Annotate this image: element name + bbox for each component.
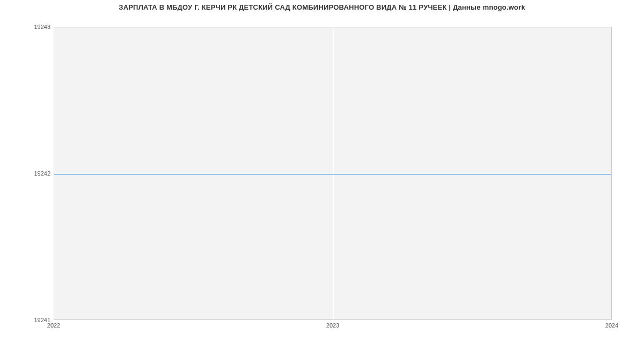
chart-title: ЗАРПЛАТА В МБДОУ Г. КЕРЧИ РК ДЕТСКИЙ САД… [0, 3, 644, 11]
y-tick-label: 19242 [2, 170, 50, 177]
x-tick-label: 2024 [605, 322, 618, 329]
x-tick-label: 2022 [47, 322, 60, 329]
series-line [54, 174, 611, 174]
plot-area [54, 27, 612, 320]
y-tick-label: 19243 [2, 24, 50, 30]
y-tick-label: 19241 [2, 317, 50, 323]
gridline-vertical [333, 27, 334, 319]
x-tick-label: 2023 [326, 322, 339, 329]
chart-container: ЗАРПЛАТА В МБДОУ Г. КЕРЧИ РК ДЕТСКИЙ САД… [0, 0, 644, 349]
